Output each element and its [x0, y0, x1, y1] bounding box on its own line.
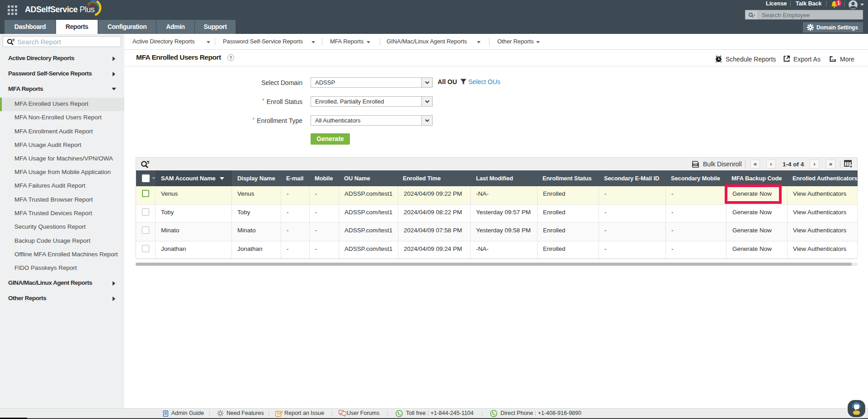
svg-text:CSV: CSV [693, 164, 697, 166]
